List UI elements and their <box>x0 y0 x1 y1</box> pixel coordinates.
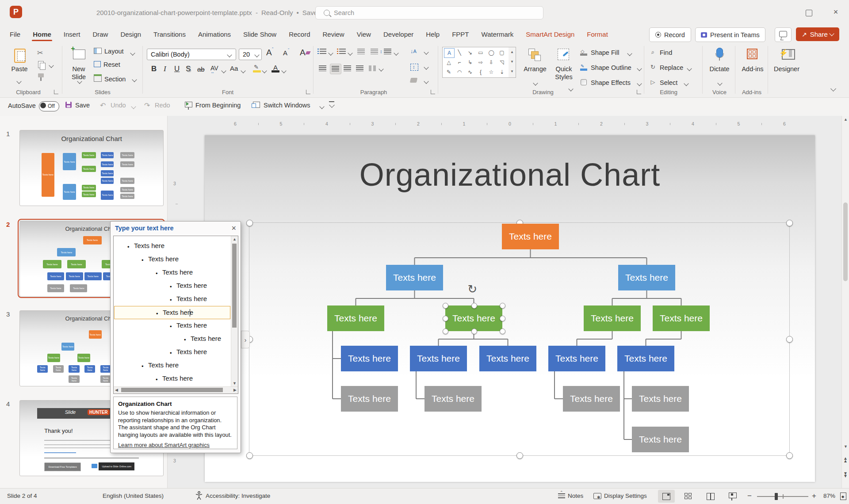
align-left-button[interactable] <box>317 64 328 73</box>
text-pane-item-label[interactable]: Texts here <box>176 348 207 355</box>
text-pane-vscrollbar[interactable]: ▲ ▼ <box>231 236 238 387</box>
org-node-16[interactable]: Texts here <box>632 427 689 452</box>
view-slide-sorter-button[interactable] <box>680 490 697 503</box>
text-pane-item[interactable]: •Texts here <box>114 266 230 279</box>
gallery-more-icon[interactable]: ▼ <box>509 67 516 76</box>
rotate-handle-icon[interactable]: ↻ <box>468 283 478 296</box>
shape-icon[interactable]: ↘ <box>465 48 475 57</box>
org-node-14[interactable]: Texts here <box>563 386 620 412</box>
comments-button[interactable] <box>775 27 792 42</box>
shapes-gallery-scroll[interactable]: ▲▼▼ <box>509 47 516 78</box>
scroll-down-icon[interactable]: ▼ <box>233 382 237 386</box>
text-pane-item[interactable]: •Texts here <box>114 253 230 266</box>
layout-button[interactable]: Layout <box>94 48 138 57</box>
shape-selection-handle[interactable] <box>443 328 448 334</box>
change-case-button[interactable]: Aa <box>230 65 238 72</box>
tab-fppt[interactable]: FPPT <box>446 27 475 42</box>
section-button[interactable]: Section <box>94 74 138 84</box>
view-normal-button[interactable] <box>658 490 675 503</box>
shape-icon[interactable]: ╲ <box>455 48 464 57</box>
shape-selection-handle[interactable] <box>471 328 477 334</box>
bold-button[interactable]: B <box>151 65 157 73</box>
org-node-6[interactable]: Texts here <box>653 305 710 331</box>
zoom-slider-thumb[interactable] <box>775 493 778 500</box>
shape-selection-handle[interactable] <box>443 316 448 321</box>
find-button[interactable]: ⌕Find <box>649 49 698 58</box>
gallery-down-icon[interactable]: ▼ <box>509 57 516 67</box>
dialog-launcher-icon[interactable] <box>637 90 641 94</box>
scroll-up-icon[interactable]: ▲ <box>233 237 237 241</box>
select-button[interactable]: ▷Select <box>649 79 698 88</box>
org-node-0[interactable]: Texts here <box>502 224 559 249</box>
shape-icon[interactable]: ⇩ <box>486 58 496 67</box>
org-node-10[interactable]: Texts here <box>548 346 605 371</box>
line-spacing-button[interactable]: ↕ <box>384 49 391 54</box>
org-node-12[interactable]: Texts here <box>341 386 398 412</box>
text-pane-item-label[interactable]: Texts here <box>162 374 193 382</box>
view-reading-button[interactable] <box>702 490 719 503</box>
shape-icon[interactable]: ⇣ <box>497 68 507 76</box>
text-pane-item[interactable]: •Texts here <box>114 319 230 332</box>
decrease-font-size-button[interactable]: Aˇ <box>283 49 287 57</box>
shape-icon[interactable]: { <box>476 68 486 76</box>
upload-button[interactable]: Upload to Slide Online.com <box>99 462 134 471</box>
powerpoint-app-icon[interactable]: P <box>10 6 22 18</box>
accessibility-status[interactable]: Accessibility: Investigate <box>195 491 310 502</box>
clear-formatting-button[interactable]: A <box>300 48 306 57</box>
tab-record[interactable]: Record <box>283 27 316 42</box>
shape-icon[interactable]: ▭ <box>476 48 486 57</box>
present-in-teams-button[interactable]: Present in Teams <box>695 27 765 42</box>
save-button[interactable]: Save <box>65 101 96 111</box>
font-size-select[interactable]: 20 <box>239 49 262 60</box>
tab-developer[interactable]: Developer <box>377 27 420 42</box>
reset-button[interactable]: Reset <box>94 61 138 71</box>
add-ins-button[interactable]: Add-ins <box>739 46 766 88</box>
increase-indent-button[interactable] <box>371 49 378 54</box>
underline-button[interactable]: U <box>174 65 180 73</box>
shape-icon[interactable]: ◹ <box>497 58 507 67</box>
org-node-3[interactable]: Texts here <box>327 305 384 331</box>
align-center-button[interactable] <box>330 64 341 74</box>
text-pane-item[interactable]: •Texts here <box>114 279 230 293</box>
shape-selection-handle[interactable] <box>500 316 505 321</box>
tab-design[interactable]: Design <box>114 27 147 42</box>
scrollbar-thumb[interactable] <box>843 202 848 281</box>
org-node-7[interactable]: Texts here <box>341 346 398 371</box>
canvas-scrollbar[interactable]: ▲ ▼ ▲▲ ▼▼ <box>841 116 849 488</box>
shape-icon[interactable]: ◯ <box>486 48 496 57</box>
tab-file[interactable]: File <box>4 27 27 42</box>
display-settings-button[interactable]: ✱Display Settings <box>593 491 660 502</box>
text-pane-item[interactable]: •Texts here <box>114 293 230 306</box>
shape-fill-button[interactable]: ◇Shape Fill <box>580 49 646 58</box>
cut-icon[interactable]: ✂ <box>37 49 43 57</box>
shape-icon[interactable]: ↳ <box>465 58 475 67</box>
org-node-5[interactable]: Texts here <box>584 305 641 331</box>
org-node-13[interactable]: Texts here <box>424 386 482 412</box>
shape-icon[interactable]: ⌐ <box>455 58 464 67</box>
tab-watermark[interactable]: Watermark <box>475 27 520 42</box>
from-beginning-button[interactable]: From Beginning <box>185 101 256 111</box>
redo-button[interactable]: ↷Redo <box>144 101 177 111</box>
text-pane-item-label[interactable]: Texts here <box>162 268 193 276</box>
text-pane-item[interactable]: •Texts here <box>114 306 230 319</box>
text-pane-item-label[interactable]: Texts here <box>163 309 193 316</box>
columns-button[interactable] <box>369 65 376 71</box>
shape-icon[interactable]: ✎ <box>444 68 454 76</box>
switch-windows-button[interactable]: Switch Windows <box>253 101 334 111</box>
text-pane-item[interactable]: •Texts here <box>114 372 230 386</box>
text-pane-item[interactable]: •Texts here <box>114 359 230 372</box>
shape-selection-handle[interactable] <box>500 328 505 334</box>
download-button[interactable]: Download Free Templates <box>44 462 81 472</box>
align-right-button[interactable] <box>342 64 353 73</box>
text-pane-item-label[interactable]: Texts here <box>191 335 221 342</box>
tab-transitions[interactable]: Transitions <box>147 27 192 42</box>
zoom-percentage[interactable]: 87% <box>823 493 835 499</box>
zoom-out-button[interactable]: − <box>747 492 752 500</box>
zoom-in-button[interactable]: + <box>812 492 816 500</box>
vthumb[interactable] <box>232 244 237 328</box>
view-slideshow-button[interactable] <box>724 490 741 503</box>
share-button[interactable]: ↗ Share <box>796 27 839 41</box>
shadow-button[interactable]: S <box>186 65 191 73</box>
autosave-toggle[interactable]: Off <box>39 101 59 111</box>
shape-selection-handle[interactable] <box>471 303 477 309</box>
